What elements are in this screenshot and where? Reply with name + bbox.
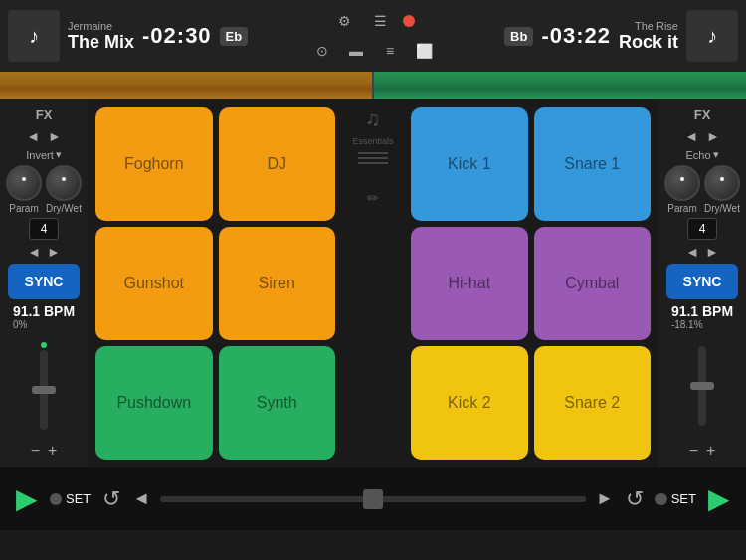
- right-fx-param-col: Param: [664, 165, 700, 214]
- center-top-controls: ⚙ ☰ ⊙ ▬ ≡ ⬜: [323, 8, 423, 64]
- top-bar: ♪ Jermaine The Mix -02:30 Eb ⚙ ☰ ⊙ ▬ ≡ ⬜…: [0, 0, 746, 72]
- line-1: [358, 152, 388, 154]
- right-album-art: ♪: [686, 10, 738, 62]
- right-pitch-slider[interactable]: [698, 334, 706, 438]
- list-button[interactable]: ☰: [367, 8, 393, 34]
- crossfader-thumb[interactable]: [363, 489, 383, 509]
- left-nav-left[interactable]: ◄: [132, 488, 150, 509]
- left-sync-button[interactable]: SYNC: [8, 264, 80, 299]
- crossfader-container[interactable]: [150, 496, 596, 502]
- settings-button[interactable]: ⚙: [331, 8, 357, 34]
- right-fx-num-prev[interactable]: ◄: [685, 244, 699, 260]
- left-fx-drywet-col: Dry/Wet: [46, 165, 82, 214]
- left-bpm: 91.1 BPM 0%: [13, 303, 75, 330]
- right-bpm: 91.1 BPM -18.1%: [671, 303, 733, 330]
- right-fx-knobs: Param Dry/Wet: [664, 165, 740, 214]
- left-set-button[interactable]: SET: [50, 491, 91, 506]
- pad-pushdown[interactable]: Pushdown: [95, 346, 213, 460]
- right-deck-info: ♪ The Rise Rock it -03:22 Bb: [429, 10, 738, 62]
- right-fx-echo-dropdown[interactable]: Echo ▾: [685, 148, 718, 161]
- center-panel: ♫ Essentials ✏: [343, 99, 403, 467]
- left-set-circle: [50, 493, 62, 505]
- left-bottom-controls: ▶ SET ↺ ◄: [16, 482, 150, 515]
- left-slider-thumb[interactable]: [32, 386, 56, 394]
- left-fx-param-knob[interactable]: [6, 165, 42, 201]
- menu-button[interactable]: ≡: [377, 38, 403, 64]
- left-key-badge: Eb: [220, 27, 249, 46]
- left-fx-number-arrows: ◄ ►: [27, 244, 61, 260]
- left-loop-button[interactable]: ↺: [102, 486, 120, 512]
- right-nav-right[interactable]: ►: [596, 488, 614, 509]
- left-fx-param-col: Param: [6, 165, 42, 214]
- pad-foghorn[interactable]: Foghorn: [95, 107, 213, 221]
- right-set-circle: [655, 493, 667, 505]
- pad-hihat[interactable]: Hi-hat: [411, 227, 528, 340]
- right-track-artist: The Rise: [619, 20, 678, 32]
- left-fx-num-next[interactable]: ►: [47, 244, 61, 260]
- right-fx-number-arrows: ◄ ►: [685, 244, 719, 260]
- right-fx-param-knob[interactable]: [664, 165, 700, 201]
- left-pad-grid: Foghorn DJ Gunshot Siren Pushdown Synth: [95, 107, 335, 460]
- left-minus[interactable]: −: [31, 442, 40, 460]
- right-track-meta: The Rise Rock it: [619, 20, 678, 53]
- left-time-display: -02:30: [142, 23, 212, 49]
- right-fx-prev[interactable]: ◄: [684, 128, 698, 144]
- right-minus[interactable]: −: [689, 442, 698, 460]
- left-fx-prev[interactable]: ◄: [26, 128, 40, 144]
- left-play-button[interactable]: ▶: [16, 482, 38, 515]
- left-fx-invert-dropdown[interactable]: Invert ▾: [26, 148, 62, 161]
- right-sync-button[interactable]: SYNC: [666, 264, 738, 299]
- bars-button[interactable]: ▬: [343, 38, 369, 64]
- right-fx-next[interactable]: ►: [706, 128, 720, 144]
- left-waveform[interactable]: [0, 72, 372, 99]
- right-fx-drywet-knob[interactable]: [704, 165, 740, 201]
- left-fx-number: 4: [29, 218, 59, 240]
- right-fx-bottom: − +: [689, 442, 716, 460]
- bottom-bar: ▶ SET ↺ ◄ ► ↺ SET ▶: [0, 467, 746, 530]
- right-slider-track[interactable]: [698, 346, 706, 426]
- left-slider-track[interactable]: [40, 350, 48, 430]
- left-album-art: ♪: [8, 10, 60, 62]
- pad-kick2[interactable]: Kick 2: [411, 346, 528, 460]
- left-fx-next[interactable]: ►: [48, 128, 62, 144]
- left-pad-section: Foghorn DJ Gunshot Siren Pushdown Synth: [88, 99, 343, 467]
- left-led: [41, 342, 47, 348]
- left-pitch-slider[interactable]: [40, 334, 48, 438]
- right-fx-num-next[interactable]: ►: [705, 244, 719, 260]
- crossfader-track[interactable]: [160, 496, 586, 502]
- right-slider-thumb[interactable]: [690, 382, 714, 390]
- left-fx-num-prev[interactable]: ◄: [27, 244, 41, 260]
- right-waveform[interactable]: [374, 72, 746, 99]
- right-pad-grid: Kick 1 Snare 1 Hi-hat Cymbal Kick 2 Snar…: [411, 107, 651, 460]
- right-loop-button[interactable]: ↺: [626, 486, 644, 512]
- pad-gunshot[interactable]: Gunshot: [95, 227, 213, 340]
- pad-siren[interactable]: Siren: [219, 227, 336, 340]
- right-fx-number: 4: [687, 218, 717, 240]
- left-plus[interactable]: +: [48, 442, 57, 460]
- left-track-artist: Jermaine: [68, 20, 134, 32]
- pad-synth[interactable]: Synth: [219, 346, 336, 460]
- center-icons: ⚙ ☰: [331, 8, 415, 34]
- right-key-badge: Bb: [504, 27, 533, 46]
- waveform-bar[interactable]: [0, 72, 746, 99]
- right-set-button[interactable]: SET: [655, 491, 696, 506]
- right-fx-arrows: ◄ ►: [684, 128, 720, 144]
- pad-cymbal[interactable]: Cymbal: [534, 227, 652, 340]
- pad-kick1[interactable]: Kick 1: [411, 107, 528, 221]
- pad-snare1[interactable]: Snare 1: [534, 107, 652, 221]
- left-fx-panel: FX ◄ ► Invert ▾ Param Dry/Wet 4 ◄ ► SYNC…: [0, 99, 88, 467]
- right-track-title: Rock it: [619, 32, 678, 53]
- left-track-meta: Jermaine The Mix: [68, 20, 134, 53]
- left-fx-drywet-knob[interactable]: [46, 165, 82, 201]
- right-plus[interactable]: +: [706, 442, 715, 460]
- right-fx-title: FX: [694, 107, 711, 122]
- vinyl-button[interactable]: ⊙: [309, 38, 335, 64]
- pad-snare2[interactable]: Snare 2: [534, 346, 652, 460]
- right-play-button[interactable]: ▶: [708, 482, 730, 515]
- pad-dj[interactable]: DJ: [219, 107, 336, 221]
- music-note-icon: ♫: [366, 107, 381, 130]
- left-track-title: The Mix: [68, 32, 134, 53]
- left-fx-title: FX: [36, 107, 53, 122]
- pencil-icon[interactable]: ✏: [367, 190, 379, 206]
- right-fx-panel: FX ◄ ► Echo ▾ Param Dry/Wet 4 ◄ ► SYNC 9…: [658, 99, 746, 467]
